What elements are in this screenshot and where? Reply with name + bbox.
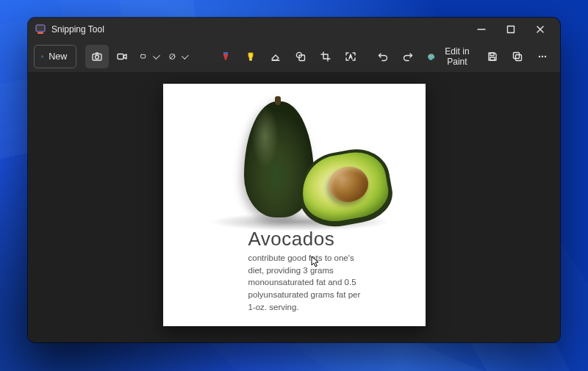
rectangle-icon [140,51,148,62]
camera-icon [91,51,103,62]
chevron-down-icon [153,52,160,60]
svg-rect-24 [516,55,522,61]
shapes-icon [295,51,306,62]
close-button[interactable] [526,19,554,40]
maximize-button[interactable] [497,19,525,40]
highlighter-icon [245,51,257,62]
crop-icon [320,51,331,62]
snip-shape-dropdown[interactable] [135,45,162,68]
ballpoint-pen-button[interactable] [214,45,237,68]
captured-image[interactable]: Avocados contribute good fats to one's d… [163,84,426,326]
edit-in-paint-button[interactable]: Edit in Paint [423,45,479,68]
svg-point-21 [429,57,429,57]
window-title: Snipping Tool [51,24,104,35]
svg-point-20 [431,54,431,55]
redo-icon [402,51,414,62]
svg-rect-15 [249,59,252,61]
video-icon [116,51,128,62]
svg-rect-10 [118,54,123,60]
undo-button[interactable] [371,45,395,68]
edit-in-paint-label: Edit in Paint [440,46,475,67]
eraser-icon [270,51,282,62]
window-controls [467,19,554,40]
svg-point-26 [539,56,540,57]
shapes-button[interactable] [289,45,312,68]
new-snip-button[interactable]: New [34,45,76,68]
svg-point-28 [545,56,546,57]
app-icon [35,24,46,35]
svg-line-13 [171,54,175,59]
text-extract-button[interactable] [339,45,362,68]
delay-dropdown[interactable] [164,45,191,68]
crop-button[interactable] [314,45,337,68]
mouse-cursor-icon [311,256,320,269]
svg-point-19 [429,55,430,56]
paint-palette-icon [427,51,435,62]
redo-button[interactable] [396,45,420,68]
capture-screenshot-button[interactable] [85,45,109,68]
svg-rect-23 [490,57,495,60]
save-button[interactable] [481,45,504,68]
avocado-photo [163,84,426,223]
pen-icon [220,51,232,62]
copy-button[interactable] [506,45,529,68]
copy-icon [512,51,523,62]
record-video-button[interactable] [110,45,134,68]
svg-rect-11 [141,54,146,58]
svg-point-27 [542,56,543,57]
caption-block: Avocados contribute good fats to one's d… [193,228,362,313]
svg-rect-22 [490,53,494,56]
more-icon [537,51,548,62]
svg-rect-3 [508,26,514,33]
save-icon [487,51,498,62]
new-button-label: New [49,51,67,62]
eraser-button[interactable] [264,45,287,68]
titlebar: Snipping Tool [28,18,560,41]
app-window: Snipping Tool New [28,18,560,342]
more-button[interactable] [531,45,554,68]
svg-rect-14 [223,52,228,54]
canvas-area[interactable]: Avocados contribute good fats to one's d… [28,72,560,342]
svg-rect-1 [37,32,43,34]
svg-point-9 [95,55,98,59]
undo-icon [377,51,389,62]
highlighter-button[interactable] [239,45,262,68]
toolbar: New [28,41,560,72]
chevron-down-icon [182,52,189,60]
svg-rect-0 [36,25,45,32]
svg-rect-25 [514,53,520,59]
minimize-button[interactable] [467,19,495,40]
caption-body: contribute good fats to one's diet, prov… [248,252,362,313]
text-actions-icon [345,51,356,62]
no-delay-icon [168,51,176,62]
